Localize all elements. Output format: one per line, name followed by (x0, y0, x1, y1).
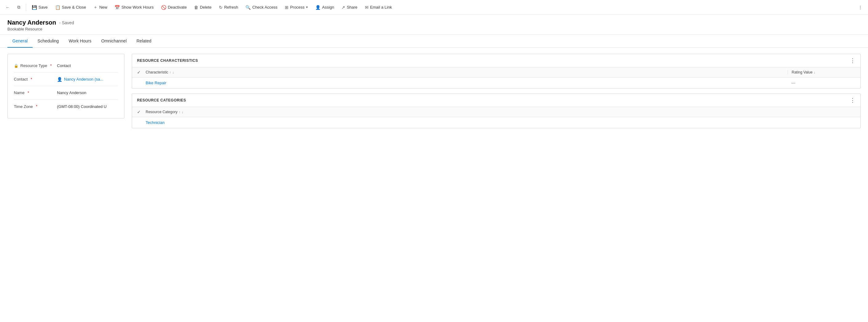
categories-title: RESOURCE CATEGORIES (137, 98, 186, 102)
email-link-button[interactable]: ✉ Email a Link (362, 3, 395, 12)
save-button[interactable]: 💾 Save (29, 3, 51, 12)
resource-categories-section: RESOURCE CATEGORIES ⋮ ✓ Resource Categor… (132, 94, 861, 128)
separator-1 (26, 4, 26, 11)
categories-grid: ✓ Resource Category ↑ ↓ Technician (132, 107, 860, 128)
sort-down-icon: ↓ (173, 70, 174, 74)
rating-sort-down-icon: ↓ (814, 70, 816, 74)
characteristics-grid: ✓ Characteristic ↑ ↓ Rating Value ↓ Bike… (132, 67, 860, 88)
timezone-row: Time Zone * (GMT-08:00) Coordinated U (14, 100, 118, 113)
tab-general[interactable]: General (7, 35, 33, 48)
save-close-icon: 📋 (55, 5, 60, 10)
chevron-down-icon: ▾ (306, 5, 308, 9)
record-saved-status: - Saved (59, 20, 74, 25)
characteristics-select-all[interactable]: ✓ (137, 70, 146, 75)
check-access-icon: 🔍 (245, 5, 251, 10)
more-icon: ⋮ (858, 5, 863, 10)
contact-value[interactable]: 👤 Nancy Anderson (sa... (57, 77, 118, 82)
checkbox-icon: ✓ (137, 70, 141, 75)
record-header: Nancy Anderson - Saved Bookable Resource (0, 15, 868, 35)
more-button[interactable]: ⋮ (855, 3, 866, 12)
resource-characteristics-section: RESOURCE CHARACTERISTICS ⋮ ✓ Characteris… (132, 54, 861, 88)
contact-icon: 👤 (57, 77, 62, 82)
timezone-label: Time Zone * (14, 104, 57, 109)
category-value[interactable]: Technician (146, 120, 856, 125)
show-work-hours-button[interactable]: 📅 Show Work Hours (112, 3, 157, 12)
tabs-bar: General Scheduling Work Hours Omnichanne… (0, 35, 868, 48)
tab-scheduling[interactable]: Scheduling (33, 35, 64, 48)
refresh-button[interactable]: ↻ Refresh (216, 3, 241, 12)
timezone-value: (GMT-08:00) Coordinated U (57, 104, 118, 109)
characteristics-header: RESOURCE CHARACTERISTICS ⋮ (132, 54, 860, 67)
rating-col-header[interactable]: Rating Value ↓ (787, 70, 856, 74)
pop-out-button[interactable]: ⧉ (14, 3, 23, 12)
pop-out-icon: ⧉ (17, 5, 20, 10)
characteristic-col-header[interactable]: Characteristic ↑ ↓ (146, 70, 787, 74)
rating-value: --- (787, 80, 856, 85)
required-star: * (50, 64, 52, 68)
record-name: Nancy Anderson (7, 19, 56, 26)
delete-icon: 🗑 (194, 5, 198, 10)
refresh-icon: ↻ (219, 5, 223, 10)
main-content: 🔒 Resource Type * Contact Contact * 👤 Na… (0, 48, 868, 139)
right-panel: RESOURCE CHARACTERISTICS ⋮ ✓ Characteris… (132, 54, 861, 133)
lock-icon: 🔒 (14, 64, 19, 68)
characteristic-value[interactable]: Bike Repair (146, 80, 787, 85)
record-type: Bookable Resource (7, 27, 861, 31)
toolbar: ← ⧉ 💾 Save 📋 Save & Close ＋ New 📅 Show W… (0, 0, 868, 15)
categories-more-button[interactable]: ⋮ (850, 98, 856, 103)
required-star-contact: * (31, 77, 32, 81)
share-button[interactable]: ↗ Share (338, 3, 361, 12)
contact-label: Contact * (14, 77, 57, 81)
sort-up-icon: ↑ (169, 70, 171, 74)
save-close-button[interactable]: 📋 Save & Close (52, 3, 89, 12)
resource-type-value: Contact (57, 63, 118, 68)
deactivate-button[interactable]: 🚫 Deactivate (158, 3, 190, 12)
tab-omnichannel[interactable]: Omnichannel (96, 35, 132, 48)
cat-sort-down-icon: ↓ (182, 110, 184, 114)
category-row-0: Technician (132, 117, 860, 128)
new-icon: ＋ (93, 5, 98, 10)
back-button[interactable]: ← (2, 3, 13, 12)
cat-checkbox-icon: ✓ (137, 109, 141, 114)
share-icon: ↗ (341, 5, 345, 10)
check-access-button[interactable]: 🔍 Check Access (242, 3, 280, 12)
assign-button[interactable]: 👤 Assign (312, 3, 337, 12)
category-col-header[interactable]: Resource Category ↑ ↓ (146, 110, 856, 114)
characteristics-title: RESOURCE CHARACTERISTICS (137, 59, 198, 63)
characteristics-header-row: ✓ Characteristic ↑ ↓ Rating Value ↓ (132, 67, 860, 77)
form-section: 🔒 Resource Type * Contact Contact * 👤 Na… (7, 54, 124, 118)
categories-header-row: ✓ Resource Category ↑ ↓ (132, 107, 860, 117)
save-icon: 💾 (32, 5, 37, 10)
process-button[interactable]: ⊞ Process ▾ (282, 3, 311, 12)
assign-icon: 👤 (315, 5, 320, 10)
resource-type-row: 🔒 Resource Type * Contact (14, 59, 118, 73)
deactivate-icon: 🚫 (161, 5, 166, 10)
delete-button[interactable]: 🗑 Delete (191, 3, 215, 12)
process-icon: ⊞ (285, 5, 288, 10)
new-button[interactable]: ＋ New (90, 3, 110, 12)
name-label: Name * (14, 91, 57, 95)
tab-work-hours[interactable]: Work Hours (64, 35, 96, 48)
cat-sort-up-icon: ↑ (179, 110, 180, 114)
characteristic-row-0: Bike Repair --- (132, 77, 860, 88)
contact-row: Contact * 👤 Nancy Anderson (sa... (14, 73, 118, 86)
name-value: Nancy Anderson (57, 91, 118, 95)
resource-type-label: 🔒 Resource Type * (14, 63, 57, 68)
categories-header: RESOURCE CATEGORIES ⋮ (132, 94, 860, 107)
required-star-tz: * (36, 104, 37, 109)
required-star-name: * (28, 91, 29, 95)
tab-related[interactable]: Related (131, 35, 156, 48)
left-panel: 🔒 Resource Type * Contact Contact * 👤 Na… (7, 54, 124, 133)
email-icon: ✉ (365, 5, 369, 10)
record-title: Nancy Anderson - Saved (7, 19, 861, 26)
categories-select-all[interactable]: ✓ (137, 109, 146, 114)
calendar-icon: 📅 (115, 5, 120, 10)
characteristics-more-button[interactable]: ⋮ (850, 58, 856, 63)
name-row: Name * Nancy Anderson (14, 86, 118, 100)
back-icon: ← (5, 5, 10, 10)
